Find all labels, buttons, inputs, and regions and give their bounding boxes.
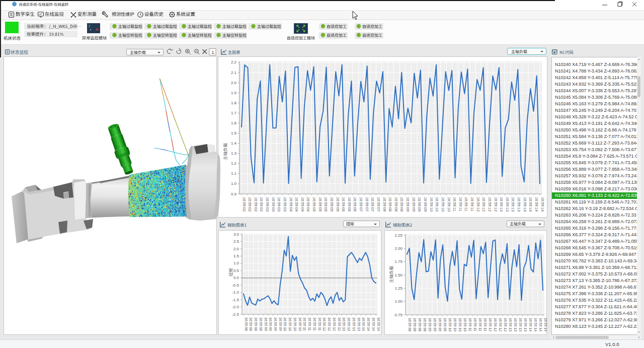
svg-text:1: 1 — [212, 50, 214, 55]
